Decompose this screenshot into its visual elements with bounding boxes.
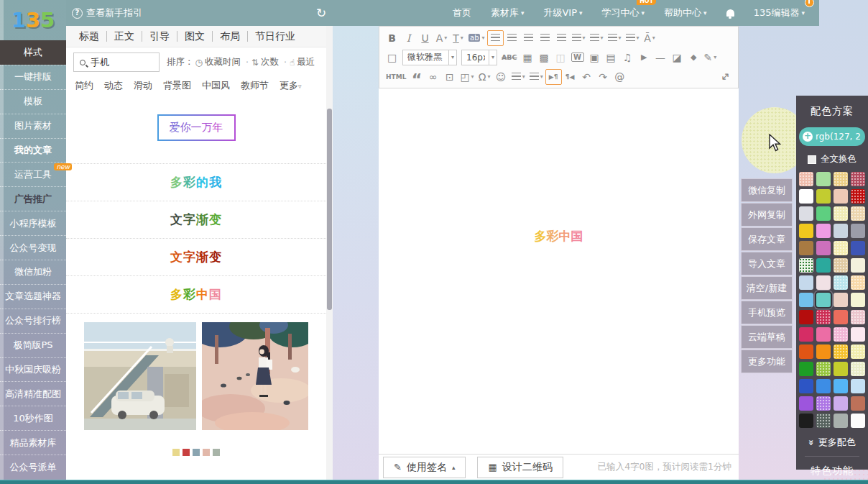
- nav-item-0[interactable]: 首页: [453, 6, 471, 19]
- indent-button[interactable]: [553, 30, 570, 46]
- sidebar-item-16[interactable]: 精品素材库: [0, 430, 66, 455]
- nav-item-bell[interactable]: [726, 9, 734, 17]
- letter-case-button[interactable]: Ā▾: [642, 30, 658, 46]
- ordered-list-button[interactable]: ▾: [509, 69, 527, 85]
- horizontal-rule-button[interactable]: —: [652, 50, 669, 65]
- word-image-button[interactable]: ◫: [553, 50, 569, 65]
- sidebar-item-14[interactable]: 高清精准配图: [0, 381, 66, 406]
- color-swatch-46[interactable]: [834, 362, 848, 376]
- style-item-3[interactable]: 文字渐变: [66, 239, 326, 276]
- color-swatch-23[interactable]: [851, 258, 865, 273]
- color-swatch-28[interactable]: [799, 293, 813, 307]
- nav-item-6[interactable]: 135编辑器▾: [754, 6, 805, 19]
- color-swatch-13[interactable]: [816, 224, 831, 238]
- insert-video-button[interactable]: ▶: [636, 50, 652, 65]
- insert-table-button[interactable]: ▦: [520, 50, 536, 65]
- color-swatch-29[interactable]: [816, 293, 831, 307]
- sidebar-item-13[interactable]: 中秋国庆吸粉: [0, 357, 66, 382]
- floating-button-7[interactable]: 更多功能: [741, 350, 793, 373]
- sidebar-item-8[interactable]: 公众号变现: [0, 235, 66, 260]
- color-swatch-3[interactable]: [851, 172, 865, 186]
- line-height-button[interactable]: ▾: [588, 30, 606, 46]
- tab-3[interactable]: 图文: [177, 31, 213, 42]
- panel-scrollbar-thumb[interactable]: [327, 109, 332, 310]
- redo-button[interactable]: ↷: [595, 69, 611, 85]
- sidebar-item-1[interactable]: 一键排版: [0, 65, 66, 89]
- floating-button-6[interactable]: 云端草稿: [741, 325, 793, 349]
- sort-option-1[interactable]: ⇅次数: [251, 56, 290, 68]
- one-key-format-button[interactable]: ✎▾: [702, 50, 719, 65]
- style-item-1[interactable]: 多彩的我: [66, 164, 326, 201]
- floating-button-5[interactable]: 手机预览: [741, 301, 793, 324]
- special-character-button[interactable]: Ω▾: [476, 69, 493, 85]
- floating-button-1[interactable]: 外网复制: [741, 203, 793, 227]
- align-right-button[interactable]: [520, 30, 537, 46]
- unordered-list-button[interactable]: ▾: [527, 69, 545, 85]
- sidebar-item-2[interactable]: 模板: [0, 89, 66, 114]
- color-swatch-34[interactable]: [834, 310, 848, 324]
- color-swatch-9[interactable]: [816, 206, 831, 221]
- color-swatch-27[interactable]: [851, 275, 865, 290]
- align-center-button[interactable]: [504, 30, 520, 46]
- sidebar-item-0[interactable]: 样式: [0, 40, 66, 65]
- full-text-recolor-option[interactable]: 全文换色: [796, 153, 868, 172]
- color-swatch-5[interactable]: [816, 189, 831, 204]
- color-swatch-31[interactable]: [851, 293, 865, 307]
- refresh-icon[interactable]: ↻: [316, 6, 326, 20]
- color-swatch-59[interactable]: [851, 414, 865, 428]
- sidebar-item-9[interactable]: 微信加粉: [0, 260, 66, 284]
- color-swatch-50[interactable]: [834, 379, 848, 393]
- color-swatch-53[interactable]: [816, 396, 831, 411]
- color-swatch-7[interactable]: [851, 189, 865, 204]
- color-swatch-18[interactable]: [834, 241, 848, 255]
- floating-button-4[interactable]: 清空/新建: [741, 276, 793, 300]
- new-document-button[interactable]: □: [384, 50, 400, 65]
- color-swatch-47[interactable]: [851, 362, 865, 376]
- text-card-button[interactable]: ⊡: [441, 69, 458, 85]
- guide-link[interactable]: ? 查看新手指引: [72, 6, 142, 19]
- tab-4[interactable]: 布局: [213, 31, 248, 42]
- color-swatch-6[interactable]: [834, 189, 848, 204]
- color-swatch-14[interactable]: [834, 224, 848, 238]
- insert-image-button[interactable]: ▣: [586, 50, 603, 65]
- filter-item-2[interactable]: 滑动: [134, 79, 152, 92]
- style-item-4[interactable]: 多彩中国: [66, 276, 326, 314]
- outdent-button[interactable]: ▾: [570, 30, 588, 46]
- color-swatch-45[interactable]: [816, 362, 831, 376]
- font-size-select[interactable]: 16px▾: [461, 50, 497, 65]
- nav-item-1[interactable]: 素材库▾: [491, 6, 525, 19]
- align-left-button[interactable]: [487, 30, 504, 46]
- sidebar-item-3[interactable]: 图片素材: [0, 114, 66, 138]
- nav-item-3[interactable]: 学习中心▾HOT: [602, 6, 645, 19]
- color-swatch-49[interactable]: [816, 379, 831, 393]
- filter-item-5[interactable]: 教师节: [241, 79, 269, 92]
- color-swatch-20[interactable]: [799, 258, 813, 273]
- insert-audio-button[interactable]: ♫: [619, 50, 636, 65]
- italic-button[interactable]: I: [400, 30, 417, 46]
- eraser-button[interactable]: ◪: [669, 50, 685, 65]
- color-swatch-22[interactable]: [834, 258, 848, 273]
- format-brush-button[interactable]: ◆: [685, 50, 702, 65]
- color-swatch-0[interactable]: [799, 172, 813, 186]
- color-swatch-30[interactable]: [834, 293, 848, 307]
- image-gallery-button[interactable]: ▤: [603, 50, 619, 65]
- sidebar-item-6[interactable]: 广告推广: [0, 186, 66, 211]
- color-swatch-24[interactable]: [799, 275, 813, 290]
- color-swatch-38[interactable]: [834, 327, 848, 342]
- undo-button[interactable]: ↶: [578, 69, 595, 85]
- floating-button-0[interactable]: 微信复制: [741, 178, 793, 202]
- font-color-button[interactable]: A▾: [433, 30, 450, 46]
- nav-item-4[interactable]: 帮助中心▾: [664, 6, 707, 19]
- paragraph-spacing-button[interactable]: ▾: [606, 30, 624, 46]
- color-swatch-33[interactable]: [816, 310, 831, 324]
- special-features-link[interactable]: 特色功能: [796, 457, 868, 478]
- color-swatch-40[interactable]: [799, 344, 813, 359]
- filter-item-3[interactable]: 背景图: [163, 79, 191, 92]
- color-swatch-17[interactable]: [816, 241, 831, 255]
- filter-item-0[interactable]: 简约: [75, 79, 93, 92]
- color-swatch-4[interactable]: [799, 189, 813, 204]
- tab-5[interactable]: 节日行业: [248, 31, 303, 42]
- border-style-button[interactable]: ◰▾: [458, 69, 476, 85]
- fullscreen-button[interactable]: ↕: [717, 69, 734, 85]
- tab-1[interactable]: 正文: [107, 31, 142, 42]
